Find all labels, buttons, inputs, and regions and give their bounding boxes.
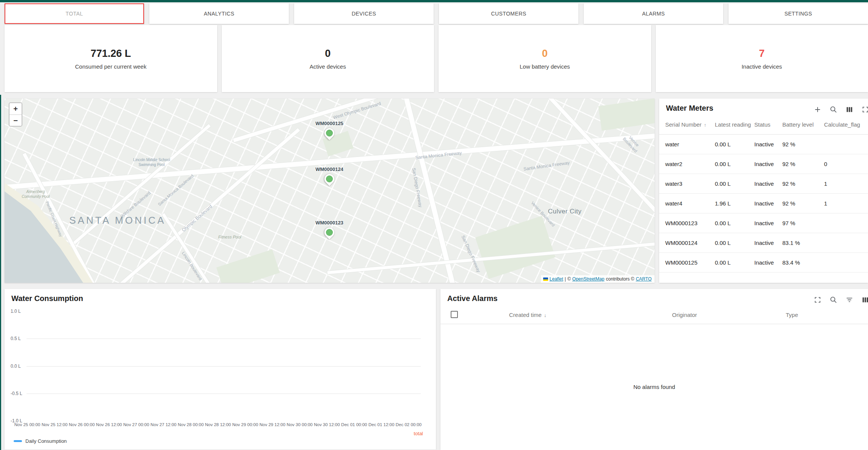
stat-card-active-devices: 0Active devices <box>222 25 434 92</box>
wm-cell-battery-level: 83.1 % <box>782 240 824 246</box>
water-meters-title: Water Meters <box>666 104 713 113</box>
stat-label: Inactive devices <box>741 63 782 70</box>
y-axis-tick: 1.0 L <box>11 309 21 314</box>
x-axis-tick: Nov 27 12:00 <box>150 422 176 427</box>
filter-button[interactable] <box>844 295 854 305</box>
search-icon <box>829 105 838 114</box>
column-header-serial-number[interactable]: Serial Number↑ <box>665 121 715 128</box>
map-place-label-santa-monica: SANTA MONICA <box>69 214 166 227</box>
stat-label: Consumed per current week <box>75 63 146 70</box>
map-attribution: Leaflet | © OpenStreetMap contributors ©… <box>541 275 655 283</box>
table-row-wm0000125[interactable]: WM00001250.00 LInactive83.4 % <box>659 253 868 273</box>
x-axis-tick: Nov 25 12:00 <box>42 422 67 427</box>
fullscreen-button[interactable] <box>813 295 823 305</box>
wm-cell-latest-reading: 0.00 L <box>715 141 754 147</box>
add-entity-button[interactable] <box>813 105 823 114</box>
water-consumption-panel: Water Consumption 1.0 L0.5 L0.0 L-0.5 L-… <box>5 289 436 450</box>
tab-label: DEVICES <box>352 11 376 17</box>
plus-icon <box>813 105 822 114</box>
no-alarms-message: No alarms found <box>440 324 868 449</box>
table-row-wm0000124[interactable]: WM00001240.00 LInactive83.1 % <box>659 233 868 253</box>
wm-cell-latest-reading: 0.00 L <box>715 259 754 266</box>
stat-value: 7 <box>759 48 765 60</box>
column-header-label: Status <box>754 121 771 128</box>
column-header-latest-reading[interactable]: Latest reading <box>715 121 754 128</box>
column-header-created-time[interactable]: Created time↓ <box>503 312 666 318</box>
table-row-water2[interactable]: water20.00 LInactive92 %0 <box>659 154 868 174</box>
legend-item-daily-consumption[interactable]: Daily Consumption <box>14 438 67 444</box>
search-button[interactable] <box>829 105 838 114</box>
column-header-originator[interactable]: Originator <box>666 312 780 318</box>
table-row-water3[interactable]: water30.00 LInactive92 %1 <box>659 174 868 194</box>
wm-cell-latest-reading: 0.00 L <box>715 180 754 187</box>
stat-cards-row: 771.26 LConsumed per current week0Active… <box>5 25 868 92</box>
select-all-checkbox[interactable] <box>451 311 458 318</box>
tab-alarms[interactable]: ALARMS <box>584 3 723 24</box>
x-axis-tick: Nov 30 00:00 <box>287 422 312 427</box>
wm-cell-latest-reading: 0.00 L <box>715 240 754 246</box>
sort-asc-icon: ↑ <box>704 122 707 128</box>
wm-cell-status: Inactive <box>754 200 782 207</box>
created-time-label: Created time <box>509 312 542 318</box>
water-meters-table-header: Serial Number↑Latest readingStatusBatter… <box>659 114 868 135</box>
wm-cell-battery-level: 92 % <box>782 161 824 167</box>
marker-dot-icon <box>324 227 334 237</box>
column-header-label: Serial Number <box>665 121 702 128</box>
x-axis-tick: Nov 25 00:00 <box>14 422 40 427</box>
wm-cell-serial-number: water2 <box>665 161 715 167</box>
columns-button[interactable] <box>860 295 868 305</box>
column-header-calculate-flag[interactable]: Calculate_flag <box>824 121 862 128</box>
column-header-type[interactable]: Type <box>780 312 862 318</box>
table-row-water[interactable]: water0.00 LInactive92 % <box>659 135 868 154</box>
tab-label: SETTINGS <box>784 11 812 17</box>
zoom-in-button[interactable]: + <box>9 103 22 114</box>
tab-devices[interactable]: DEVICES <box>294 3 434 24</box>
table-row-water4[interactable]: water41.96 LInactive92 %1 <box>659 194 868 213</box>
total-axis-label[interactable]: total <box>414 431 423 436</box>
wm-cell-battery-level: 83.4 % <box>782 259 824 266</box>
fullscreen-button[interactable] <box>860 105 868 114</box>
sort-desc-icon: ↓ <box>544 312 547 318</box>
wm-cell-status: Inactive <box>754 141 782 147</box>
zoom-out-button[interactable]: − <box>9 114 22 126</box>
y-axis-tick: -0.5 L <box>11 391 22 396</box>
column-header-status[interactable]: Status <box>754 121 782 128</box>
column-header-battery-level[interactable]: Battery level <box>782 121 824 128</box>
tab-analytics[interactable]: ANALYTICS <box>149 3 289 24</box>
stat-label: Active devices <box>310 63 346 70</box>
legend-label: Daily Consumption <box>25 438 67 444</box>
filter-icon <box>845 296 854 304</box>
active-alarms-table-header: Created time↓ Originator Type <box>440 306 868 324</box>
tab-label: ANALYTICS <box>204 11 234 17</box>
wm-cell-calculate-flag: 0 <box>824 161 862 167</box>
map-panel: SANTA MONICACulver CityWest Olympic Boul… <box>5 99 655 283</box>
map-place-label-culver-city: Culver City <box>548 207 582 215</box>
columns-button[interactable] <box>844 105 854 114</box>
wm-cell-calculate-flag: 1 <box>824 200 862 207</box>
wm-cell-battery-level: 92 % <box>782 200 824 207</box>
map-marker-label-wm0000124: WM0000124 <box>315 166 343 172</box>
table-row-wm0000123[interactable]: WM00001230.00 LInactive97 % <box>659 213 868 233</box>
stat-value: 0 <box>542 48 548 60</box>
tab-customers[interactable]: CUSTOMERS <box>439 3 578 24</box>
active-alarms-panel: Active Alarms Created time↓ Originator T… <box>440 289 868 450</box>
stat-card-low-battery-devices: 0Low battery devices <box>439 25 651 92</box>
tab-settings[interactable]: SETTINGS <box>729 3 868 24</box>
water-consumption-chart: 1.0 L0.5 L0.0 L-0.5 L-1.0 LNov 25 00:00N… <box>5 289 436 450</box>
x-axis-tick: Nov 26 12:00 <box>96 422 122 427</box>
leaflet-link[interactable]: Leaflet <box>550 276 563 282</box>
map-street-label: Annenberg Community Pool <box>22 190 49 199</box>
map-canvas[interactable] <box>5 99 655 283</box>
tab-total[interactable]: TOTAL <box>5 3 144 24</box>
dashboard-state-tabs: TOTALANALYTICSDEVICESCUSTOMERSALARMSSETT… <box>5 3 868 24</box>
x-axis-tick: Dec 01 00:00 <box>341 422 367 427</box>
wm-cell-serial-number: water3 <box>665 180 715 187</box>
water-meters-table-body: water0.00 LInactive92 %water20.00 LInact… <box>659 135 868 273</box>
openstreetmap-link[interactable]: OpenStreetMap <box>572 276 605 282</box>
tab-label: TOTAL <box>66 11 83 17</box>
carto-link[interactable]: CARTO <box>636 276 652 282</box>
stat-card-inactive-devices: 7Inactive devices <box>656 25 868 92</box>
x-axis-tick: Nov 26 00:00 <box>69 422 94 427</box>
search-button[interactable] <box>829 295 838 305</box>
column-header-label: Calculate_flag <box>824 121 860 128</box>
